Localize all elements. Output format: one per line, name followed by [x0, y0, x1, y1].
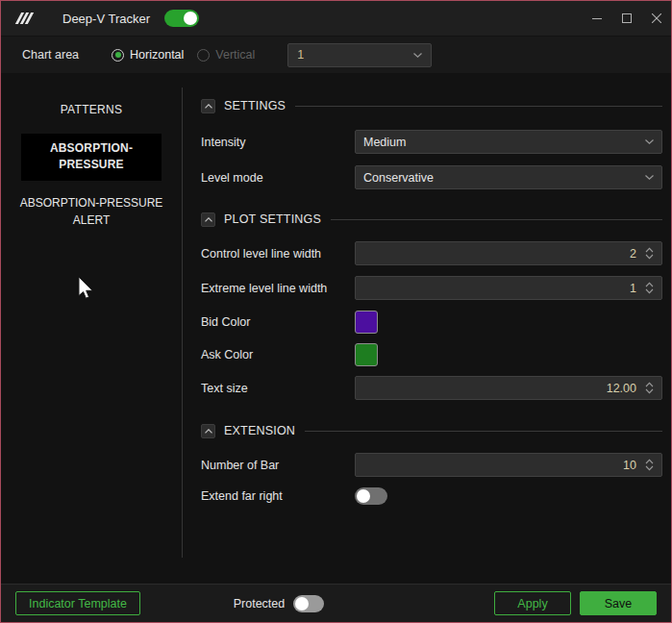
extension-section-title: EXTENSION [224, 424, 295, 437]
chart-area-label: Chart area [22, 48, 79, 62]
bid-color-row: Bid Color [201, 311, 662, 334]
extreme-level-label: Extreme level line width [201, 282, 355, 295]
section-divider-line [331, 219, 662, 220]
extend-far-right-row: Extend far right [201, 487, 662, 505]
text-size-value: 12.00 [363, 382, 636, 395]
plot-settings-section-title: PLOT SETTINGS [224, 212, 321, 226]
vertical-divider [182, 87, 183, 558]
indicator-template-button[interactable]: Indicator Template [15, 591, 140, 615]
level-mode-label: Level mode [201, 171, 355, 185]
level-mode-dropdown[interactable]: Conservative [355, 165, 662, 189]
app-logo-icon [18, 12, 39, 24]
number-of-bar-row: Number of Bar 10 [201, 453, 662, 477]
save-button[interactable]: Save [580, 591, 657, 615]
radio-horizontal-label: Horizontal [130, 48, 184, 62]
chevron-down-icon [413, 53, 422, 58]
intensity-label: Intensity [201, 136, 355, 149]
toggle-knob [357, 489, 370, 503]
extreme-level-value: 1 [363, 282, 636, 295]
number-of-bar-value: 10 [363, 459, 636, 472]
apply-button[interactable]: Apply [494, 591, 571, 615]
chevron-up-icon [205, 429, 212, 434]
plot-settings-section-header: PLOT SETTINGS [201, 212, 662, 227]
radio-selected-icon [112, 49, 124, 62]
protected-label: Protected [234, 597, 286, 611]
close-icon [652, 13, 661, 23]
settings-section-title: SETTINGS [224, 99, 286, 112]
intensity-value: Medium [363, 136, 645, 149]
chevron-down-icon [645, 175, 654, 180]
window-title: Deep-V Tracker [62, 12, 150, 26]
control-level-value: 2 [363, 247, 636, 261]
chevron-up-icon [205, 217, 212, 222]
minimize-button[interactable] [582, 1, 611, 36]
control-level-stepper[interactable]: 2 [355, 241, 662, 265]
bid-color-swatch[interactable] [355, 311, 378, 334]
bid-color-label: Bid Color [201, 315, 355, 329]
sidebar-item-absorption-pressure[interactable]: ABSORPTION-PRESSURE [21, 134, 162, 181]
footer-bar: Indicator Template Protected Apply Save [1, 584, 671, 622]
stepper-arrows-icon [645, 282, 654, 294]
level-mode-row: Level mode Conservative [201, 165, 662, 189]
stepper-arrows-icon [645, 382, 654, 394]
maximize-button[interactable] [611, 1, 641, 36]
settings-panel: SETTINGS Intensity Medium Level mode Con… [182, 73, 671, 584]
titlebar: Deep-V Tracker [1, 1, 671, 36]
collapse-plot-settings-button[interactable] [201, 212, 215, 227]
chevron-up-icon [205, 104, 212, 109]
toggle-knob [184, 12, 197, 25]
extend-far-right-toggle[interactable] [355, 487, 387, 505]
chevron-down-icon [645, 139, 654, 144]
maximize-icon [622, 13, 632, 23]
control-level-row: Control level line width 2 [201, 241, 662, 265]
section-divider-line [305, 431, 662, 432]
extreme-level-row: Extreme level line width 1 [201, 276, 662, 300]
section-divider-line [295, 106, 662, 107]
ask-color-label: Ask Color [201, 348, 355, 361]
protected-control: Protected [234, 595, 325, 612]
toggle-knob [295, 597, 309, 611]
ask-color-row: Ask Color [201, 343, 662, 366]
close-button[interactable] [641, 1, 671, 36]
radio-vertical-label: Vertical [215, 48, 255, 62]
radio-horizontal[interactable]: Horizontal [112, 48, 184, 62]
sidebar: PATTERNS ABSORPTION-PRESSURE ABSORPTION-… [1, 73, 182, 584]
extend-far-right-label: Extend far right [201, 489, 355, 503]
intensity-dropdown[interactable]: Medium [355, 130, 662, 154]
protected-toggle[interactable] [293, 595, 324, 612]
extreme-level-stepper[interactable]: 1 [355, 276, 662, 300]
text-size-stepper[interactable]: 12.00 [355, 376, 662, 400]
radio-unselected-icon [197, 49, 210, 62]
extension-section-header: EXTENSION [201, 423, 662, 438]
stepper-arrows-icon [645, 459, 654, 471]
chart-orientation-radio-group: Horizontal Vertical [112, 48, 255, 62]
stepper-arrows-icon [645, 247, 654, 260]
radio-vertical[interactable]: Vertical [197, 48, 255, 62]
sidebar-item-absorption-pressure-alert[interactable]: ABSORPTION-PRESSURE ALERT [11, 194, 172, 229]
indicator-enabled-toggle[interactable] [164, 10, 199, 27]
text-size-row: Text size 12.00 [201, 376, 662, 400]
collapse-settings-button[interactable] [201, 99, 215, 113]
chart-area-bar: Chart area Horizontal Vertical 1 [1, 36, 671, 73]
chart-pane-dropdown[interactable]: 1 [287, 43, 432, 67]
minimize-icon [592, 13, 602, 23]
sidebar-item-patterns[interactable]: PATTERNS [1, 101, 182, 118]
level-mode-value: Conservative [363, 171, 645, 185]
number-of-bar-stepper[interactable]: 10 [355, 453, 662, 477]
ask-color-swatch[interactable] [355, 343, 378, 366]
footer-actions: Apply Save [494, 591, 657, 615]
window-controls [582, 1, 671, 36]
chart-pane-dropdown-value: 1 [297, 48, 413, 62]
control-level-label: Control level line width [201, 247, 355, 261]
indicator-settings-window: Deep-V Tracker Chart area Horizontal Ver… [0, 0, 672, 623]
settings-section-header: SETTINGS [201, 98, 662, 113]
dialog-body: PATTERNS ABSORPTION-PRESSURE ABSORPTION-… [1, 73, 671, 584]
collapse-extension-button[interactable] [201, 424, 215, 438]
intensity-row: Intensity Medium [201, 130, 662, 154]
text-size-label: Text size [201, 382, 355, 395]
number-of-bar-label: Number of Bar [201, 459, 355, 472]
